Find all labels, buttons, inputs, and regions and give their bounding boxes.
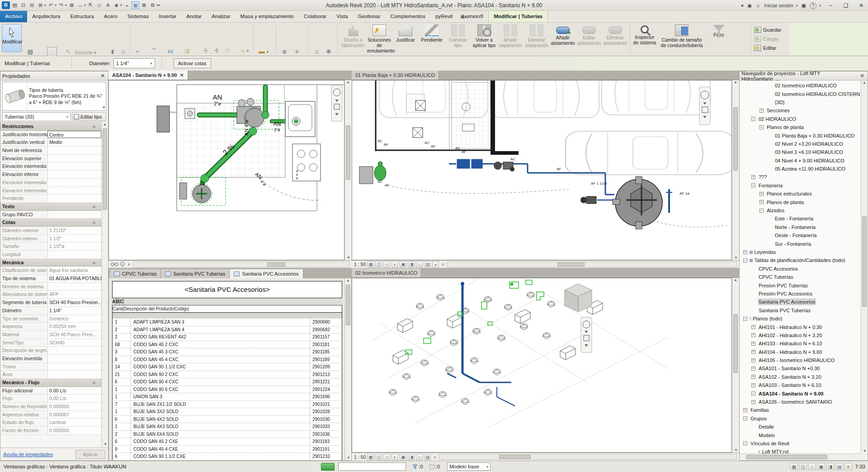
expander-icon[interactable]: + [751,383,755,387]
cell-quantity[interactable]: 14 [113,363,131,371]
cell-description[interactable]: CODO SAN 45 4 CXC [131,356,310,363]
browser-item[interactable]: − Alzados [740,206,861,215]
property-value[interactable]: Laminar [47,419,101,426]
cell-code[interactable]: 2901221 [310,378,342,386]
expander-icon[interactable]: + [760,109,764,113]
editable-only-icon[interactable]: ◫ [799,463,807,470]
item-label[interactable]: Planos (todo) [753,316,782,321]
ribbon-button[interactable]: Añadir separación [497,24,524,53]
browser-item[interactable]: + ASA103 - Sanitario N + 6.10 [740,381,861,389]
cell-description[interactable]: CODO SAN 45 4 CXE [131,446,310,453]
element-filter-select[interactable]: Tuberías (33)▾ [2,112,71,121]
switch-windows-icon[interactable]: ⧉ [149,1,156,9]
vp2-vscrollbar[interactable]: ▲▼ [732,80,739,260]
ribbon-tab[interactable]: Anotar [181,11,207,22]
property-value[interactable] [47,347,101,354]
item-label[interactable]: 04 Nivel 4 + 9.00 HIDRAULICO [775,158,844,163]
property-value[interactable]: AFP [47,291,101,298]
measure-ruler-icon[interactable]: ▬ [257,47,267,57]
ribbon-tab[interactable]: Gestionar [353,11,386,22]
expander-icon[interactable]: − [743,317,747,321]
table-row[interactable]: 6 BUJE SAN 4X2 SOLD 2901030 [112,416,342,424]
temporary-hide-bulb-icon[interactable] [120,262,125,267]
browser-item[interactable]: + ??? [740,173,861,181]
expander-icon[interactable]: − [751,183,755,187]
cell-description[interactable]: BUJE SAN 6X4 SOLD [131,431,310,438]
browser-item[interactable]: 02 Isometrico HIDRAULICO [740,81,861,90]
ribbon-button[interactable]: Justificar [392,24,419,53]
browser-item[interactable]: − Grupos [740,415,861,423]
ribbon-tab[interactable]: Vista [331,11,353,22]
column-header[interactable]: Descripción del Producto [123,305,174,312]
property-value[interactable]: 1 1/2" [47,235,101,243]
cell-description[interactable]: ADAPT LIMPIEZA SAN 3 [131,319,310,326]
type-selector[interactable]: Tipos de tuberíaPavco Presión PVC RDE 21… [2,82,106,111]
browser-item[interactable]: Presion PVC Tuberías [740,281,861,289]
item-label[interactable]: AHI104 - Hidraulico N + 9.00 [759,349,822,355]
property-value[interactable]: 0.000000 [47,403,101,410]
view-tab-asa104[interactable]: ASA104 - Sanitario N + 9.00✕ [108,71,188,80]
cell-quantity[interactable]: 7 [113,401,131,408]
vp1-canvas[interactable]: AN 2"ø AN 4"ø AN 2"ø AN 4"ø 2 % [108,80,344,260]
item-label[interactable]: Detalle [759,424,774,429]
ribbon-tab[interactable]: Analizar [207,11,236,22]
mirror-draw-icon[interactable]: ⤨ [182,47,192,57]
thin-lines-icon[interactable]: ≣ [132,1,139,9]
item-label[interactable]: Secciones [767,108,790,113]
expander-icon[interactable]: + [743,250,747,254]
aligned-dimension-icon[interactable]: ⇱ [87,1,94,9]
item-label[interactable]: Presion PVC Tuberías [759,283,808,288]
ribbon-tab[interactable]: Modificar | Tuberías [488,10,548,22]
cell-code[interactable]: 2901191 [310,446,342,453]
item-label[interactable]: ASA101 - Sanitario N +0.30 [759,366,820,371]
cell-code[interactable]: 2900680 [310,319,342,326]
column-letter[interactable]: B [116,298,120,305]
table-row[interactable]: 7 BUJE SAN 2X1.1/2 SOLD 2901021 [112,401,342,409]
property-value[interactable]: 0.000000 [47,427,101,434]
save-icon[interactable]: ⊟ [28,1,36,9]
expander-icon[interactable]: + [760,192,764,196]
cell-code[interactable]: 2901213 [310,371,342,378]
browser-item[interactable]: Este - Fontanería [740,215,861,223]
table-row[interactable]: 6 CODO SAN 45 2 CXE 2901183 [112,438,342,446]
design-option-select[interactable]: Modelo base▾ [447,462,491,471]
item-label[interactable]: ??? [759,174,767,180]
measure-icon[interactable]: ↔ [76,1,84,9]
ribbon-tab[interactable]: Acero [99,11,123,22]
table-row[interactable]: 3 CODO SAN 45 3 CXC 2901185 [112,348,342,356]
ribbon-tab[interactable]: Colaborar [299,11,332,22]
browser-item[interactable]: + AHI102 - Hidraulico N + 3.20 [740,331,861,339]
table-row[interactable]: 1 ADAPT LIMPIEZA SAN 3 2900680 [112,319,342,326]
property-value[interactable] [47,171,101,178]
item-label[interactable]: ASA103 - Sanitario N + 6.10 [759,382,821,388]
cell-quantity[interactable]: 2 [113,431,131,438]
item-label[interactable]: AHI103 - Hidraulico N + 6.10 [759,341,822,346]
cell-description[interactable]: BUJE SAN 4X2 SOLD [131,416,310,423]
cell-quantity[interactable]: 9 [113,446,131,453]
item-label[interactable]: Grupos [750,416,767,421]
analytic-display-icon[interactable]: ◒ [432,261,439,267]
expander-icon[interactable]: − [743,441,747,445]
property-value[interactable] [47,187,101,195]
item-label[interactable]: Oeste - Fontanería [775,233,816,238]
item-label[interactable]: Tablas de planificación/Cantidades (todo… [755,257,845,263]
expander-icon[interactable]: + [751,358,755,362]
property-value[interactable]: 0.000067 [47,411,101,419]
browser-item[interactable]: − ▦ Tablas de planificación/Cantidades (… [740,256,861,264]
create-similar-icon[interactable]: ⟡ [292,47,302,57]
ribbon-button[interactable]: Filtro [706,24,732,53]
properties-help-link[interactable]: Ayuda de propiedades [3,452,53,457]
type-caret-icon[interactable]: ▾ [103,105,105,110]
cell-description[interactable]: BUJE SAN 2X1.1/2 SOLD [131,401,310,408]
browser-item[interactable]: Presión PVC Accesorios [740,290,861,298]
select-host-icon[interactable]: ⊕ [324,47,334,57]
cell-code[interactable]: 2901030 [310,416,342,423]
expander-icon[interactable]: − [760,209,764,213]
item-label[interactable]: CPVC Tuberías [759,274,793,280]
vp1-vscrollbar[interactable]: ▲▼ [344,80,351,260]
cell-code[interactable]: 2901224 [310,386,342,393]
load-selection-button[interactable]: Cargar [754,34,788,43]
sun-path-icon[interactable]: ☼ [383,261,390,267]
browser-item[interactable]: + AHI101 - Hidraulico N + 0.30 [740,323,861,331]
cell-quantity[interactable]: 6 [113,453,131,460]
